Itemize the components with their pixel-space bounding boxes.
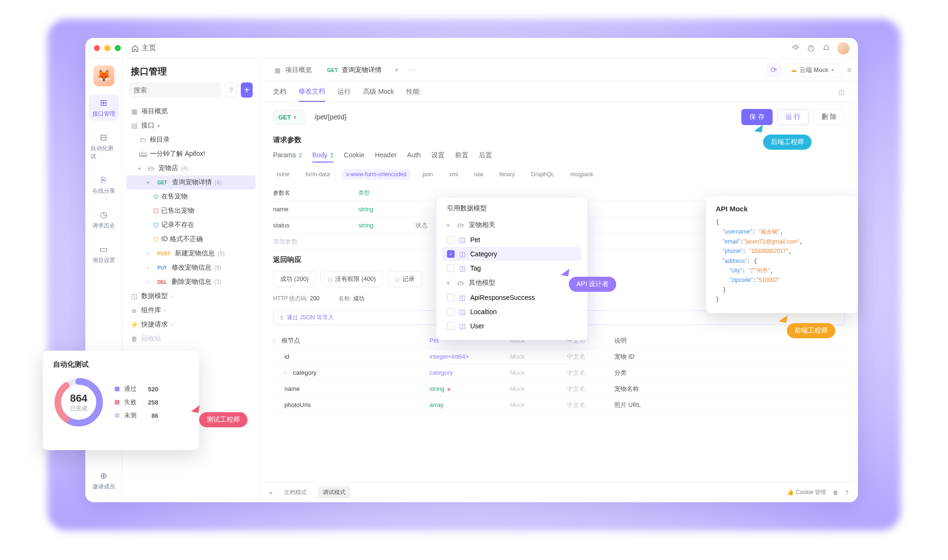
popover-item-category[interactable]: ✓◫Category <box>442 247 582 261</box>
help-icon[interactable] <box>807 44 815 53</box>
app-logo[interactable]: 🦊 <box>93 65 114 86</box>
notification-icon[interactable] <box>822 44 830 53</box>
schema-row[interactable]: name string Mock 中文名 宠物名称 <box>273 381 845 397</box>
popover-group[interactable]: ▾🗁其他模型 <box>439 275 584 290</box>
method-select[interactable]: GET ▾ <box>273 110 305 125</box>
body-type-urlencoded[interactable]: x-www-form-urlencoded <box>342 169 410 180</box>
tab-more-button[interactable]: ⋯ <box>405 63 419 77</box>
doc-mode-button[interactable]: 文档模式 <box>279 487 311 498</box>
param-tab-header[interactable]: Header <box>375 151 397 163</box>
tree-get-pet-detail[interactable]: ▾ GET 查询宠物详情 (4) <box>126 175 255 190</box>
tab-project-overview[interactable]: ▦ 项目概览 <box>266 62 319 78</box>
layout-toggle-icon[interactable]: ◫ <box>839 88 845 96</box>
debug-mode-button[interactable]: 调试模式 <box>318 487 350 498</box>
body-type-form-data[interactable]: form-data <box>302 169 334 180</box>
resp-tab-record[interactable]: ◇记录 <box>388 271 422 287</box>
body-type-raw[interactable]: raw <box>470 169 487 180</box>
svg-point-0 <box>795 47 797 49</box>
filter-button[interactable] <box>225 82 237 98</box>
schema-row[interactable]: id integer<int64> Mock 中文名 宠物 ID <box>273 349 845 365</box>
legend-row: 未测86 <box>115 411 158 420</box>
tree-sold[interactable]: 已售出宠物 <box>126 204 255 218</box>
rail-history[interactable]: ◷ 请求历史 <box>89 207 119 233</box>
tree-put-pet[interactable]: ›PUT修改宠物信息(9) <box>126 261 255 275</box>
sidebar-title: 接口管理 <box>122 59 259 82</box>
param-tab-pre[interactable]: 前置 <box>455 151 468 163</box>
cookie-manage[interactable]: 👍 Cookie 管理 <box>787 488 826 497</box>
tree-learn-apifox[interactable]: 📖 一分钟了解 Apifox! <box>126 147 255 161</box>
mock-env-select[interactable]: ☁ 云端 Mock ▾ <box>785 63 842 77</box>
maximize-window-icon[interactable] <box>115 45 121 51</box>
sub-tab-perf[interactable]: 性能 <box>406 82 419 101</box>
popover-item-pet[interactable]: ◫Pet <box>439 233 584 247</box>
body-type-none[interactable]: none <box>273 169 293 180</box>
tree-api-root[interactable]: ▤ 接口 ▾ <box>126 118 255 133</box>
settings-icon[interactable] <box>792 44 800 53</box>
refresh-button[interactable]: ⟳ <box>767 63 781 77</box>
search-input[interactable] <box>129 82 221 98</box>
tree-trash[interactable]: 🗑回收站 <box>126 332 255 346</box>
save-button[interactable]: 保 存 <box>741 109 773 125</box>
body-type-msgpack[interactable]: msgpack <box>567 169 597 180</box>
schema-row[interactable]: photoUrls array Mock 中文名 照片 URL <box>273 397 845 413</box>
rail-api-management[interactable]: ⊞ 接口管理 <box>89 95 119 121</box>
tree-on-sale[interactable]: 在售宠物 <box>126 190 255 204</box>
collapse-icon[interactable]: « <box>269 489 273 496</box>
api-mock-card: API Mock { "username": "戴永铭", "email":"j… <box>706 196 858 313</box>
tree-post-pet[interactable]: ›POST新建宠物信息(5) <box>126 246 255 261</box>
delete-button[interactable]: 删 除 <box>813 109 845 125</box>
sub-tab-edit-doc[interactable]: 修改文档 <box>299 82 325 102</box>
tree-project-overview[interactable]: ▦ 项目概览 <box>126 104 255 118</box>
resp-tab-400[interactable]: ◇没有权限 (400) <box>320 271 383 287</box>
minimize-window-icon[interactable] <box>104 45 110 51</box>
tree-components[interactable]: ≣组件库› <box>126 303 255 317</box>
menu-icon[interactable]: ≡ <box>847 66 851 74</box>
trash-icon[interactable]: 🗑 <box>833 489 839 496</box>
param-tab-params[interactable]: Params 2 <box>273 151 302 163</box>
sub-tab-mock[interactable]: 高级 Mock <box>363 82 394 101</box>
sub-tab-run[interactable]: 运行 <box>337 82 351 101</box>
rail-automation[interactable]: ⊟ 自动化测试 <box>89 129 119 163</box>
param-tab-body[interactable]: Body 2 <box>312 151 334 163</box>
tree-del-pet[interactable]: ›DEL删除宠物信息(3) <box>126 275 255 289</box>
close-window-icon[interactable] <box>94 45 100 51</box>
rail-share[interactable]: ⎘ 在线分享 <box>89 172 119 198</box>
schema-row[interactable]: ›category category Mock 中文名 分类 <box>273 365 845 381</box>
rail-settings[interactable]: ▭ 项目设置 <box>89 241 119 267</box>
body-type-binary[interactable]: binary <box>495 169 519 180</box>
user-avatar[interactable] <box>837 42 849 54</box>
donut-total-label: 已完成 <box>70 405 87 413</box>
help-icon[interactable]: ? <box>845 489 848 496</box>
popover-group[interactable]: ▾🗁宠物相关 <box>439 217 584 233</box>
popover-item-apiresponse[interactable]: ◫ApiResponseSuccess <box>439 290 584 305</box>
body-type-xml[interactable]: xml <box>445 169 462 180</box>
add-tab-button[interactable]: + <box>390 63 403 77</box>
run-button[interactable]: 运 行 <box>777 109 809 125</box>
param-tab-settings[interactable]: 设置 <box>431 151 445 163</box>
tree-root-dir[interactable]: 🗀 根目录 <box>126 133 255 147</box>
popover-item-location[interactable]: ◫Localtion <box>439 305 584 319</box>
api-root-icon: ▤ <box>130 121 138 130</box>
tab-get-pet-detail[interactable]: GET 查询宠物详情 <box>320 62 388 78</box>
window-controls[interactable] <box>94 45 121 51</box>
body-type-graphql[interactable]: GraphQL <box>527 169 558 180</box>
tree-invalid-id[interactable]: ID 格式不正确 <box>126 232 255 246</box>
tree-data-model[interactable]: ◫数据模型› <box>126 289 255 303</box>
resp-tab-200[interactable]: 成功 (200) <box>273 271 316 287</box>
tree-petstore[interactable]: ▾ 🗁 宠物店 (4) <box>126 161 255 175</box>
param-tab-post[interactable]: 后置 <box>479 151 492 163</box>
pill-api-designer: API 设计者 <box>569 277 616 292</box>
home-breadcrumb[interactable]: 主页 <box>131 44 156 53</box>
url-path[interactable]: /pet/{petId} <box>310 109 737 125</box>
rail-invite[interactable]: ⊕ 邀请成员 <box>89 468 119 494</box>
param-tab-cookie[interactable]: Cookie <box>344 151 365 163</box>
body-type-json[interactable]: json <box>419 169 437 180</box>
tree-quick-request[interactable]: ⚡快捷请求› <box>126 317 255 332</box>
diamond-icon: ◇ <box>328 276 332 283</box>
add-button[interactable]: + <box>241 82 253 98</box>
sub-tab-doc[interactable]: 文档 <box>273 82 286 101</box>
param-tab-auth[interactable]: Auth <box>407 151 421 163</box>
tree-not-found[interactable]: 记录不存在 <box>126 218 255 232</box>
popover-item-user[interactable]: ◫User <box>439 319 584 333</box>
invite-icon: ⊕ <box>99 470 109 481</box>
